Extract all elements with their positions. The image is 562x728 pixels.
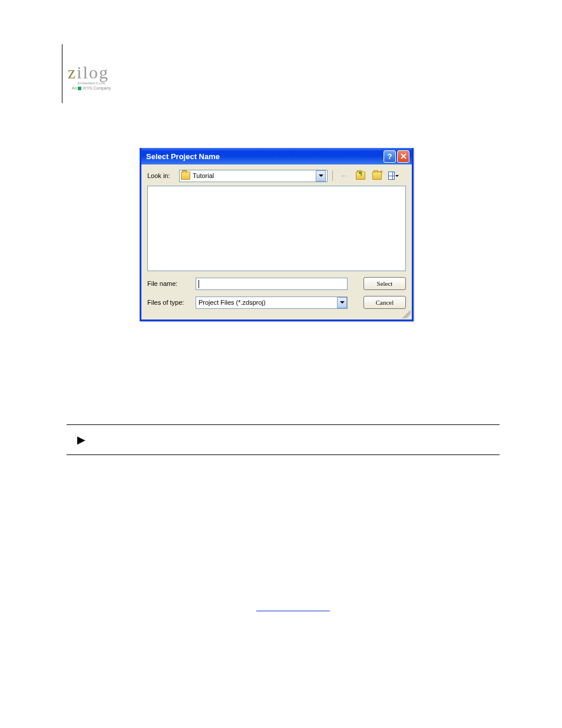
file-list-area[interactable] [147, 186, 406, 271]
back-button[interactable]: ← [338, 169, 351, 182]
lookin-value: Tutorial [193, 172, 313, 179]
logo-ixys-line: An IXYS Company [68, 86, 115, 90]
triangle-right-icon: ▶ [77, 433, 85, 446]
up-folder-icon [356, 172, 365, 180]
filetype-select[interactable]: Project Files (*.zdsproj) [196, 297, 348, 309]
dialog-title: Select Project Name [146, 152, 382, 161]
close-button[interactable] [397, 150, 409, 163]
divider-block: ▶ [67, 424, 500, 455]
select-project-dialog: Select Project Name ? Look in: Tutorial … [140, 148, 414, 321]
lookin-dropdown-icon[interactable] [316, 170, 326, 182]
text-cursor [199, 280, 199, 288]
filetype-row: Files of type: Project Files (*.zdsproj)… [147, 296, 406, 309]
close-icon [401, 153, 406, 159]
filename-input[interactable] [196, 278, 348, 290]
page-left-rule [62, 44, 63, 103]
up-one-level-button[interactable] [354, 169, 367, 182]
views-icon [388, 171, 399, 180]
new-folder-icon [372, 172, 382, 180]
select-button[interactable]: Select [363, 277, 406, 290]
dialog-bottom: File name: Select Files of type: Project… [141, 271, 412, 315]
folder-icon [181, 172, 190, 180]
divider-content: ▶ [67, 425, 500, 454]
back-arrow-icon: ← [340, 171, 348, 180]
filename-label: File name: [147, 280, 190, 287]
divider-bottom [67, 454, 500, 455]
filetype-label: Files of type: [147, 299, 190, 306]
logo-wordmark: zilog [68, 64, 115, 81]
lookin-label: Look in: [147, 172, 176, 179]
link-underline [256, 611, 330, 611]
views-menu-button[interactable] [387, 169, 400, 182]
lookin-row: Look in: Tutorial ← [141, 164, 412, 186]
dialog-titlebar[interactable]: Select Project Name ? [141, 148, 412, 164]
filename-row: File name: Select [147, 277, 406, 290]
filetype-dropdown-icon[interactable] [337, 297, 347, 308]
toolbar-separator [332, 170, 333, 181]
new-folder-button[interactable] [371, 169, 384, 182]
resize-grip[interactable] [402, 310, 411, 318]
lookin-select[interactable]: Tutorial [179, 170, 328, 182]
filetype-value: Project Files (*.zdsproj) [199, 299, 337, 306]
help-button[interactable]: ? [384, 150, 396, 163]
zilog-logo: zilog Embedded in Life An IXYS Company [68, 64, 115, 90]
cancel-button[interactable]: Cancel [363, 296, 406, 309]
